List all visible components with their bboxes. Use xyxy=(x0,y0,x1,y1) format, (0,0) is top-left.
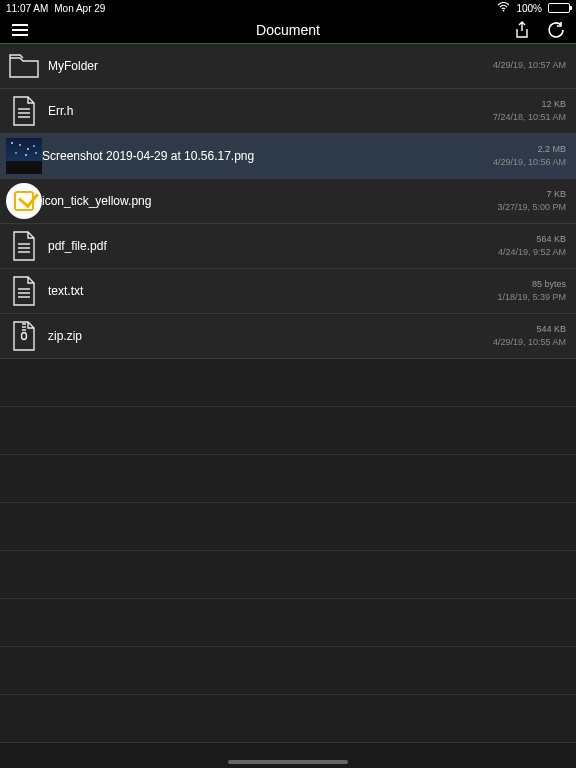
file-meta: 85 bytes1/18/19, 5:39 PM xyxy=(497,278,566,305)
file-date: 4/29/19, 10:56 AM xyxy=(493,156,566,170)
file-size: 7 KB xyxy=(546,188,566,202)
file-row[interactable]: Screenshot 2019-04-29 at 10.56.17.png2.2… xyxy=(0,134,576,179)
status-battery-pct: 100% xyxy=(516,3,542,14)
file-name: Screenshot 2019-04-29 at 10.56.17.png xyxy=(42,149,493,163)
share-button[interactable] xyxy=(512,20,532,40)
file-size: 564 KB xyxy=(536,233,566,247)
file-name: Err.h xyxy=(48,104,493,118)
file-row[interactable]: icon_tick_yellow.png7 KB3/27/19, 5:00 PM xyxy=(0,179,576,224)
file-icon xyxy=(6,228,42,264)
svg-point-0 xyxy=(503,10,505,12)
empty-row xyxy=(0,407,576,455)
file-meta: 4/29/19, 10:57 AM xyxy=(493,59,566,73)
file-date: 4/29/19, 10:55 AM xyxy=(493,336,566,350)
battery-icon xyxy=(548,3,570,13)
file-icon xyxy=(6,273,42,309)
status-time: 11:07 AM xyxy=(6,3,48,14)
file-meta: 544 KB4/29/19, 10:55 AM xyxy=(493,323,566,350)
file-size: 544 KB xyxy=(536,323,566,337)
zip-icon xyxy=(6,318,42,354)
file-date: 4/24/19, 9:52 AM xyxy=(498,246,566,260)
file-row[interactable]: pdf_file.pdf564 KB4/24/19, 9:52 AM xyxy=(0,224,576,269)
empty-row xyxy=(0,551,576,599)
refresh-button[interactable] xyxy=(546,20,566,40)
file-meta: 12 KB7/24/18, 10:51 AM xyxy=(493,98,566,125)
file-name: zip.zip xyxy=(48,329,493,343)
folder-icon xyxy=(6,48,42,84)
image-thumbnail xyxy=(6,138,42,174)
empty-row xyxy=(0,359,576,407)
empty-row xyxy=(0,503,576,551)
svg-point-1 xyxy=(22,333,27,340)
home-indicator xyxy=(228,760,348,764)
status-date: Mon Apr 29 xyxy=(54,3,105,14)
file-size: 2.2 MB xyxy=(537,143,566,157)
empty-row xyxy=(0,455,576,503)
file-meta: 7 KB3/27/19, 5:00 PM xyxy=(497,188,566,215)
status-bar: 11:07 AM Mon Apr 29 100% xyxy=(0,0,576,16)
file-row[interactable]: MyFolder4/29/19, 10:57 AM xyxy=(0,44,576,89)
file-row[interactable]: zip.zip544 KB4/29/19, 10:55 AM xyxy=(0,314,576,359)
tick-icon-thumbnail xyxy=(6,183,42,219)
file-row[interactable]: Err.h12 KB7/24/18, 10:51 AM xyxy=(0,89,576,134)
nav-bar: Document xyxy=(0,16,576,44)
empty-row xyxy=(0,599,576,647)
empty-row xyxy=(0,647,576,695)
file-name: text.txt xyxy=(48,284,497,298)
menu-button[interactable] xyxy=(10,20,30,40)
page-title: Document xyxy=(0,22,576,38)
file-date: 7/24/18, 10:51 AM xyxy=(493,111,566,125)
file-name: pdf_file.pdf xyxy=(48,239,498,253)
file-meta: 564 KB4/24/19, 9:52 AM xyxy=(498,233,566,260)
wifi-icon xyxy=(497,2,510,14)
file-meta: 2.2 MB4/29/19, 10:56 AM xyxy=(493,143,566,170)
file-date: 1/18/19, 5:39 PM xyxy=(497,291,566,305)
file-name: MyFolder xyxy=(48,59,493,73)
file-icon xyxy=(6,93,42,129)
file-name: icon_tick_yellow.png xyxy=(42,194,497,208)
file-size: 12 KB xyxy=(541,98,566,112)
file-date: 4/29/19, 10:57 AM xyxy=(493,59,566,73)
empty-row xyxy=(0,695,576,743)
file-date: 3/27/19, 5:00 PM xyxy=(497,201,566,215)
file-list: MyFolder4/29/19, 10:57 AMErr.h12 KB7/24/… xyxy=(0,44,576,743)
file-row[interactable]: text.txt85 bytes1/18/19, 5:39 PM xyxy=(0,269,576,314)
file-size: 85 bytes xyxy=(532,278,566,292)
